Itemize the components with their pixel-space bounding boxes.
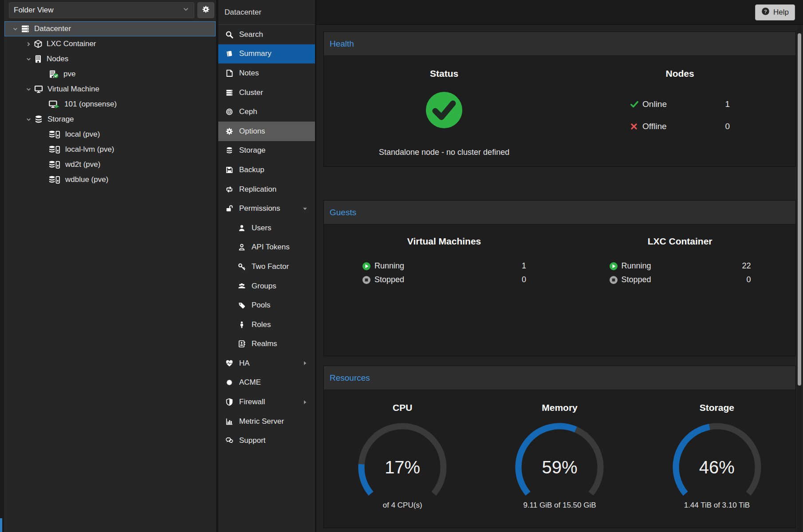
menu-item-replication[interactable]: Replication [218,180,315,199]
health-panel-body: Status Standalone node - no cluster defi… [324,56,795,157]
tree-item-pve[interactable]: pve [4,67,216,82]
menu-item-label: Options [239,127,265,136]
help-icon: ? [761,7,770,18]
collapse-arrow-icon[interactable] [11,26,20,32]
tree-item-datacenter[interactable]: Datacenter [4,21,216,36]
menu-item-label: Ceph [239,107,257,116]
tree-item-lxc-container[interactable]: LXC Container [4,36,216,51]
datacenter-menu-panel: Datacenter SearchSummaryNotesClusterCeph… [218,0,315,532]
tree-item-storage[interactable]: Storage [4,112,216,127]
menu-item-notes[interactable]: Notes [218,63,315,83]
note-icon [225,69,234,77]
virtual-machine-icon [34,85,43,94]
menu-item-ceph[interactable]: Ceph [218,102,315,122]
lxc-container-icon [34,39,43,48]
submenu-expanded-arrow-icon [302,205,308,212]
gauge-caption: 9.11 GiB of 15.50 GiB [523,501,596,510]
badge-icon [225,378,234,386]
menu-item-label: Support [239,436,266,445]
collapse-arrow-icon[interactable] [24,56,33,62]
left-edge-accent-bar [0,518,2,532]
guests-column-heading: Virtual Machines [407,236,481,247]
menu-item-metric-server[interactable]: Metric Server [218,412,315,431]
menu-item-cluster[interactable]: Cluster [218,83,315,102]
menu-item-users[interactable]: Users [218,218,315,238]
nodes-row-value: 0 [725,122,730,131]
menu-item-permissions[interactable]: Permissions [218,199,315,218]
tree-item-label: Datacenter [34,24,71,33]
content-area: ? Help Health Status Standalone node - n… [316,0,803,532]
tree-item-101-opnsense[interactable]: 101 (opnsense) [4,97,216,112]
menu-item-api-tokens[interactable]: API Tokens [218,238,315,257]
tree-item-label: 101 (opnsense) [64,100,117,109]
menu-item-firewall[interactable]: Firewall [218,392,315,412]
menu-item-label: Roles [252,320,271,329]
menu-item-acme[interactable]: ACME [218,373,315,393]
ceph-icon [225,108,234,116]
collapse-arrow-icon[interactable] [24,87,33,92]
menu-item-ha[interactable]: HA [218,354,315,373]
vm-running-icon [48,100,60,109]
view-selector-dropdown[interactable]: Folder View [9,2,194,18]
stop-circle-icon [362,276,374,284]
menu-item-label: API Tokens [252,243,290,252]
gauge-arc: 17% [355,423,449,498]
guest-row-virtual-machines-running: Running1 [362,259,526,273]
person-icon [237,321,246,329]
guests-column-virtual-machines: Virtual MachinesRunning1Stopped0 [324,225,564,287]
help-button-label: Help [773,8,789,17]
nodes-row-value: 1 [725,99,730,109]
menu-item-label: Two Factor [252,262,289,271]
user-icon [237,224,246,232]
gauge-caption: of 4 CPU(s) [383,501,422,510]
gauge-heading: Storage [700,402,734,413]
menu-item-label: Realms [252,339,277,348]
menu-item-storage[interactable]: Storage [218,141,315,161]
menu-item-label: Users [252,224,271,233]
storage-item-icon [48,145,61,154]
view-selector-label: Folder View [14,6,53,15]
guest-row-label: Stopped [622,275,651,284]
tree-item-wd2t-pve[interactable]: wd2t (pve) [4,157,216,172]
tree-item-label: Nodes [47,55,68,63]
tree-item-local-pve[interactable]: local (pve) [4,127,216,142]
menu-item-options[interactable]: Options [218,122,315,141]
menu-item-roles[interactable]: Roles [218,315,315,335]
left-edge-strip [0,0,4,532]
menu-item-backup[interactable]: Backup [218,160,315,180]
menu-item-realms[interactable]: Realms [218,335,315,354]
expand-arrow-icon[interactable] [24,41,33,47]
guest-row-virtual-machines-stopped: Stopped0 [362,273,526,287]
user-outline-icon [237,243,246,251]
menu-item-support[interactable]: Support [218,431,315,450]
storage-item-icon [48,130,61,139]
resources-panel-body: CPU17%of 4 CPU(s)Memory59%9.11 GiB of 15… [324,390,795,510]
bar-chart-icon [225,418,234,426]
help-button[interactable]: ? Help [755,4,795,20]
menu-item-summary[interactable]: Summary [218,44,315,64]
guests-column-heading: LXC Container [648,236,712,247]
play-circle-icon [362,262,374,271]
shield-icon [225,398,234,406]
menu-item-pools[interactable]: Pools [218,296,315,315]
tree-settings-button[interactable] [197,2,214,18]
content-scrollbar-thumb[interactable] [798,33,801,386]
menu-item-label: Pools [252,301,271,310]
menu-item-groups[interactable]: Groups [218,276,315,296]
menu-item-search[interactable]: Search [218,25,315,44]
collapse-arrow-icon[interactable] [24,117,33,122]
tree-item-nodes[interactable]: Nodes [4,51,216,67]
tree-item-wdblue-pve[interactable]: wdblue (pve) [4,172,216,187]
replication-icon [225,185,234,193]
tree-item-label: local (pve) [65,130,100,139]
guest-row-value: 0 [747,275,751,284]
guest-row-lxc-container-running: Running22 [609,259,751,273]
guest-row-label: Running [374,261,404,271]
guest-row-label: Running [622,261,651,271]
menu-item-two-factor[interactable]: Two Factor [218,257,315,276]
tree-item-local-lvm-pve[interactable]: local-lvm (pve) [4,142,216,157]
resource-tree: DatacenterLXC ContainerNodespveVirtual M… [4,21,216,187]
guest-row-value: 1 [522,261,526,271]
tree-item-virtual-machine[interactable]: Virtual Machine [4,82,216,97]
content-scrollbar[interactable] [797,25,802,532]
